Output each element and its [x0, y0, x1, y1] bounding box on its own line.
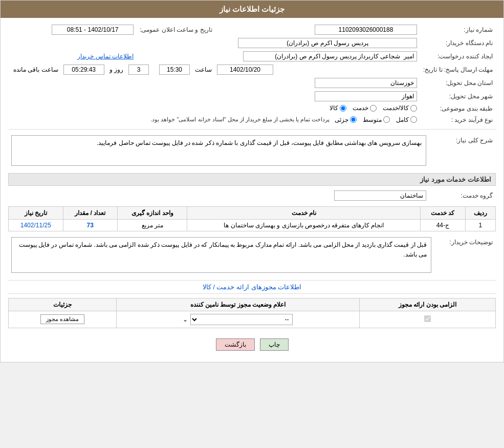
- permissions-table: الزامی بودن ارائه مجوز اعلام وضعیت مجوز …: [8, 298, 496, 328]
- footer-buttons: چاپ بازگشت: [8, 332, 496, 357]
- need-number-label: شماره نیاز:: [420, 23, 496, 36]
- buyer-org-input[interactable]: [238, 38, 417, 48]
- buyer-notes-cell: قبل از قیمت گذاری بازدید از محل الزامی م…: [8, 236, 434, 276]
- perm-col-required: الزامی بودن ارائه مجوز: [359, 298, 495, 311]
- buyer-org-value: [8, 36, 420, 50]
- service-qty: 73: [63, 219, 117, 231]
- buyer-notes-table: توضیحات خریدار: قبل از قیمت گذاری بازدید…: [8, 236, 496, 276]
- perm-status-select[interactable]: --: [190, 314, 293, 325]
- creator-value: [137, 50, 420, 63]
- perm-status-cell: -- ⌄: [116, 311, 359, 328]
- radio-full[interactable]: کامل: [396, 116, 417, 123]
- permissions-section-link[interactable]: اطلاعات مجوزهای ارائه خدمت / کالا: [8, 280, 496, 294]
- service-group-table: گروه خدمت:: [8, 189, 496, 202]
- buyer-org-label: نام دستگاه خریدار:: [420, 36, 496, 50]
- announce-date-label: تاریخ و ساعت اعلان عمومی:: [137, 23, 251, 36]
- announce-date-input[interactable]: [52, 25, 134, 35]
- perm-col-details: جزئیات: [9, 298, 117, 311]
- table-row: 1 ج-44 انجام کارهای متفرقه درخصوص بازساز…: [9, 219, 496, 231]
- service-group-input[interactable]: [334, 190, 426, 201]
- radio-partial[interactable]: جزئی: [335, 116, 357, 123]
- radio-medium[interactable]: متوسط: [363, 116, 390, 123]
- page-header: جزئیات اطلاعات نیاز: [1, 1, 503, 18]
- services-table: ردیف کد خدمت نام خدمت واحد اندازه گیری ت…: [8, 206, 496, 231]
- need-number-input[interactable]: [315, 25, 417, 35]
- permissions-link-text[interactable]: اطلاعات مجوزهای ارائه خدمت / کالا: [203, 283, 302, 291]
- city-label: شهر محل تحویل:: [420, 90, 496, 103]
- col-date: تاریخ نیاز: [9, 206, 63, 219]
- deadline-label: مهلت ارسال پاسخ: تا تاریخ:: [420, 63, 496, 76]
- buyer-notes-textarea[interactable]: قبل از قیمت گذاری بازدید از محل الزامی م…: [11, 237, 431, 273]
- service-group-label: گروه خدمت:: [429, 189, 496, 202]
- perm-col-status: اعلام وضعیت مجوز توسط نامین کننده: [116, 298, 359, 311]
- col-unit: واحد اندازه گیری: [118, 206, 187, 219]
- service-date: 1402/11/25: [9, 219, 63, 231]
- header-title: جزئیات اطلاعات نیاز: [220, 5, 284, 13]
- deadline-time-input[interactable]: [159, 65, 190, 75]
- col-name: نام خدمت: [187, 206, 421, 219]
- buyer-notes-label: توضیحات خریدار:: [434, 236, 496, 276]
- radio-khadamat[interactable]: خدمت: [353, 104, 377, 112]
- deadline-days-input[interactable]: [128, 65, 149, 75]
- process-row: کامل متوسط جزئی پرداخت تمام یا بخشی از م…: [8, 115, 420, 125]
- creator-label: ایجاد کننده درخواست:: [420, 50, 496, 63]
- services-section-title: اطلاعات خدمات مورد نیاز: [8, 173, 496, 186]
- city-input[interactable]: [315, 91, 417, 101]
- description-table: شرح کلی نیاز: بهسازی سرویس های بهداشتی م…: [8, 134, 496, 169]
- province-value: [8, 76, 420, 90]
- process-label: نوع فرآیند خرید :: [420, 115, 496, 125]
- page-wrapper: جزئیات اطلاعات نیاز شماره نیاز: تاریخ و …: [0, 0, 504, 362]
- col-qty: تعداد / مقدار: [63, 206, 117, 219]
- announce-date-value: [8, 23, 137, 36]
- process-note: پرداخت تمام یا بخشی از مبلغ خریدار از مح…: [150, 116, 330, 123]
- radio-kala-khadamat[interactable]: کالا/خدمت: [383, 104, 417, 112]
- province-input[interactable]: [315, 78, 417, 88]
- deadline-remaining-input[interactable]: [63, 65, 104, 75]
- contact-link[interactable]: اطلاعات تماس خریدار: [77, 53, 134, 60]
- perm-required-cell: [359, 311, 495, 328]
- description-cell: بهسازی سرویس های بهداشتی مطابق فایل پیوس…: [8, 134, 429, 169]
- service-name: انجام کارهای متفرقه درخصوص بازسازی و بهس…: [187, 219, 421, 231]
- service-code: ج-44: [421, 219, 466, 231]
- deadline-row: ساعت روز و ساعت باقی مانده: [8, 63, 420, 76]
- service-group-value: [8, 189, 429, 202]
- col-code: کد خدمت: [421, 206, 466, 219]
- remaining-text: ساعت باقی مانده: [13, 66, 58, 73]
- province-label: استان محل تحویل:: [420, 76, 496, 90]
- back-button[interactable]: بازگشت: [216, 338, 255, 351]
- need-number-value: [261, 23, 420, 36]
- description-textarea[interactable]: بهسازی سرویس های بهداشتی مطابق فایل پیوس…: [11, 135, 426, 166]
- main-info-table: شماره نیاز: تاریخ و ساعت اعلان عمومی: نا…: [8, 23, 496, 125]
- main-content: شماره نیاز: تاریخ و ساعت اعلان عمومی: نا…: [1, 18, 503, 362]
- radio-kala[interactable]: کالا: [330, 104, 346, 112]
- time-label: ساعت: [195, 66, 212, 73]
- row-num: 1: [465, 219, 495, 231]
- service-unit: متر مربع: [118, 219, 187, 231]
- category-label: طبقه بندی موضوعی:: [420, 103, 496, 115]
- description-label: شرح کلی نیاز:: [429, 134, 496, 169]
- view-permit-button[interactable]: مشاهده مجوز: [40, 314, 84, 324]
- category-radios: کالا/خدمت خدمت کالا: [8, 103, 420, 115]
- days-text: روز و: [109, 66, 123, 73]
- perm-details-cell: مشاهده مجوز: [9, 311, 117, 328]
- city-value: [8, 90, 420, 103]
- deadline-date-input[interactable]: [217, 65, 273, 75]
- col-row: ردیف: [465, 206, 495, 219]
- print-button[interactable]: چاپ: [260, 338, 289, 351]
- perm-table-row: -- ⌄ مشاهده مجوز: [9, 311, 496, 328]
- perm-required-checkbox[interactable]: [424, 315, 431, 322]
- creator-input[interactable]: [243, 51, 417, 61]
